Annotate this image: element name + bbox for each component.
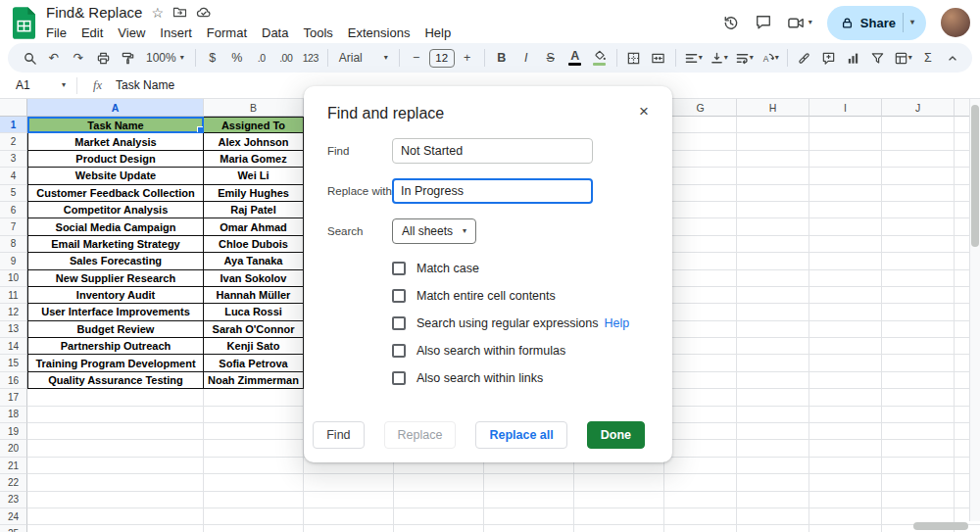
row-header-21[interactable]: 21 [0,458,27,474]
row-header-5[interactable]: 5 [0,185,27,202]
cell-B13[interactable]: Sarah O'Connor [204,321,304,338]
checkbox-2[interactable] [392,316,406,330]
cell-F25[interactable] [574,525,664,532]
cell-A19[interactable] [27,423,204,440]
row-header-16[interactable]: 16 [0,372,27,389]
font-family-select[interactable]: Arial ▾ [333,46,394,70]
italic-button[interactable]: I [514,46,538,70]
cell-E24[interactable] [484,508,574,525]
text-color-button[interactable]: A [564,46,587,70]
cell-G2[interactable] [664,133,737,150]
cell-J12[interactable] [882,304,955,320]
comments-button[interactable] [755,14,772,31]
cell-I19[interactable] [809,423,882,440]
increase-decimal-button[interactable]: .00 [274,46,298,70]
cell-I25[interactable] [809,525,882,532]
done-button[interactable]: Done [587,421,645,449]
cell-J22[interactable] [882,474,955,491]
cell-A21[interactable] [27,458,204,474]
row-header-18[interactable]: 18 [0,407,27,423]
cell-E23[interactable] [484,492,574,508]
cell-J16[interactable] [882,372,955,389]
cell-A20[interactable] [27,440,204,457]
cell-G8[interactable] [664,236,737,253]
row-header-24[interactable]: 24 [0,508,27,525]
cell-G24[interactable] [664,508,737,525]
row-header-17[interactable]: 17 [0,389,27,406]
row-header-19[interactable]: 19 [0,423,27,440]
cell-J7[interactable] [882,218,955,235]
cell-A8[interactable]: Email Marketing Strategy [27,236,204,253]
cell-A6[interactable]: Competitor Analysis [27,202,204,218]
column-header-J[interactable]: J [882,99,955,117]
close-icon[interactable]: × [631,99,657,124]
cell-G23[interactable] [664,492,737,508]
checkbox-4[interactable] [392,371,406,385]
cell-I1[interactable] [809,117,882,133]
cell-J2[interactable] [882,133,955,150]
cell-J3[interactable] [882,151,955,168]
paint-format-button[interactable] [116,46,139,70]
cell-H7[interactable] [737,218,809,235]
vertical-scrollbar-thumb[interactable] [971,105,979,247]
cell-H3[interactable] [737,151,809,168]
cell-J9[interactable] [882,253,955,269]
cell-I13[interactable] [809,321,882,338]
cell-G21[interactable] [664,458,737,474]
cell-I23[interactable] [809,492,882,508]
cell-I6[interactable] [809,202,882,218]
cell-D22[interactable] [394,474,484,491]
cell-B18[interactable] [204,407,304,423]
cell-J1[interactable] [882,117,955,133]
cell-B9[interactable]: Aya Tanaka [204,253,304,269]
cell-B15[interactable]: Sofia Petrova [204,355,304,371]
cell-A18[interactable] [27,407,204,423]
cell-J11[interactable] [882,287,955,304]
insert-chart-button[interactable] [842,46,865,70]
cell-B17[interactable] [204,389,304,406]
cell-J23[interactable] [882,492,955,508]
cell-J14[interactable] [882,338,955,355]
cell-D23[interactable] [394,492,484,508]
star-icon[interactable]: ☆ [151,6,164,20]
cell-H23[interactable] [737,492,809,508]
horizontal-scrollbar[interactable] [913,522,968,530]
cell-B2[interactable]: Alex Johnson [204,133,304,150]
cell-H13[interactable] [737,321,809,338]
checkbox-3[interactable] [392,344,406,358]
cell-H10[interactable] [737,270,809,287]
cell-G3[interactable] [664,151,737,168]
cell-J10[interactable] [882,270,955,287]
cell-G14[interactable] [664,338,737,355]
menu-file[interactable]: File [39,24,74,41]
text-rotation-button[interactable]: A ▾ [758,46,782,70]
cell-J13[interactable] [882,321,955,338]
row-header-8[interactable]: 8 [0,236,27,253]
font-size-input[interactable]: 12 [429,49,455,68]
find-button[interactable]: Find [313,421,364,449]
column-header-H[interactable]: H [737,99,809,117]
cell-B10[interactable]: Ivan Sokolov [204,270,304,287]
row-header-6[interactable]: 6 [0,202,27,218]
cell-G10[interactable] [664,270,737,287]
cell-I9[interactable] [809,253,882,269]
row-header-4[interactable]: 4 [0,168,27,184]
cell-B7[interactable]: Omar Ahmad [204,218,304,235]
cell-J20[interactable] [882,440,955,457]
cell-G16[interactable] [664,372,737,389]
cell-A24[interactable] [27,508,204,525]
cell-B4[interactable]: Wei Li [204,168,304,184]
checkbox-0[interactable] [392,262,406,275]
insert-link-button[interactable] [793,46,816,70]
print-button[interactable] [91,46,115,70]
cell-I20[interactable] [809,440,882,457]
name-box[interactable]: A1 ▾ [10,78,73,92]
cell-J17[interactable] [882,389,955,406]
cell-H9[interactable] [737,253,809,269]
functions-button[interactable]: Σ [916,46,940,70]
cell-I11[interactable] [809,287,882,304]
formula-input[interactable]: Task Name [116,78,174,92]
replace-input[interactable] [392,178,593,204]
cell-H22[interactable] [737,474,809,491]
cell-I3[interactable] [809,151,882,168]
